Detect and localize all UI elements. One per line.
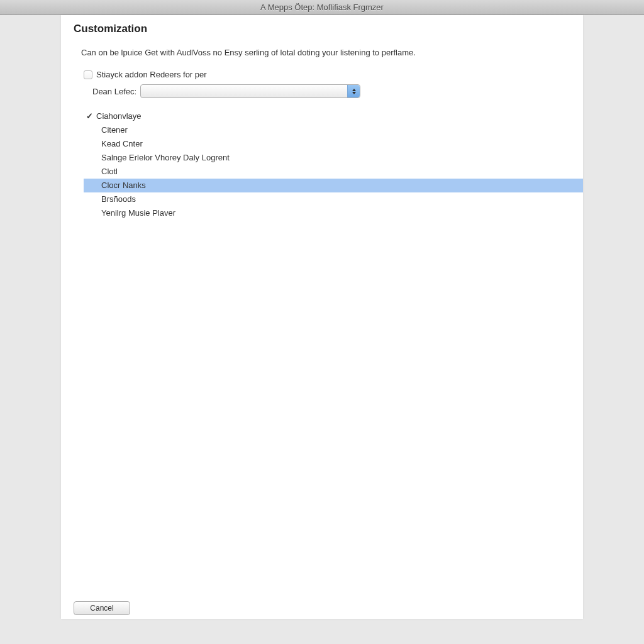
tree-item[interactable]: Salnge Erlelor Vhorey Daly Logrent [84, 151, 583, 165]
cancel-button[interactable]: Cancel [74, 601, 130, 615]
tree-item-label: Citener [101, 125, 128, 135]
tree-item[interactable]: Kead Cnter [84, 137, 583, 151]
dean-lefec-select[interactable] [140, 84, 360, 98]
tree-item[interactable]: Yenilrg Musie Plaver [84, 206, 583, 220]
tree-item[interactable]: Brsñoods [84, 192, 583, 206]
tree-item-label: Brsñoods [101, 194, 136, 204]
tree-item-label: Salnge Erlelor Vhorey Daly Logrent [101, 153, 230, 162]
stiayck-checkbox[interactable] [84, 70, 92, 79]
main-panel: Customization Can on be lpuice Get with … [61, 15, 583, 619]
options-tree: ✓ Ciahonvlaye CitenerKead CnterSalnge Er… [84, 109, 583, 220]
tree-item[interactable]: Citener [84, 123, 583, 137]
tree-item[interactable]: Clocr Nanks [84, 179, 583, 192]
tree-parent-row[interactable]: ✓ Ciahonvlaye [84, 109, 583, 123]
dean-lefec-label: Dean Lefec: [92, 87, 136, 96]
tree-item[interactable]: Clotl [84, 165, 583, 179]
window-title: A Mepps Ötep: Moflifiask Frgmzer [260, 3, 384, 12]
tree-parent-label: Ciahonvlaye [96, 111, 142, 122]
window-titlebar: A Mepps Ötep: Moflifiask Frgmzer [0, 0, 644, 15]
page-heading: Customization [74, 23, 570, 35]
tree-item-label: Clotl [101, 167, 118, 176]
tree-item-label: Yenilrg Musie Plaver [101, 208, 175, 218]
page-description: Can on be lpuice Get with AudlVoss no En… [81, 48, 567, 57]
tree-item-label: Clocr Nanks [101, 180, 146, 190]
stiayck-checkbox-label: Stiayck addon Redeers for per [96, 70, 207, 79]
tree-item-label: Kead Cnter [101, 139, 143, 148]
checkmark-icon: ✓ [86, 111, 94, 122]
select-stepper-icon [347, 85, 360, 97]
